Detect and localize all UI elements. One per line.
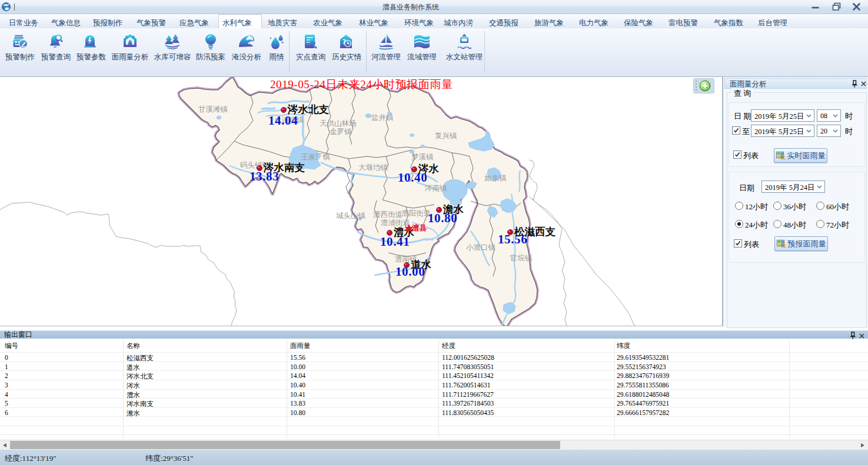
svg-text:小渡口镇: 小渡口镇 [466,243,496,252]
svg-text:梦溪镇: 梦溪镇 [411,153,434,161]
svg-text:天供山林场: 天供山林场 [320,119,357,128]
svg-text:盐井镇: 盐井镇 [371,113,394,122]
svg-text:城头山镇: 城头山镇 [336,212,366,220]
svg-text:澧阳街道: 澧阳街道 [401,209,431,218]
svg-text:澧县: 澧县 [411,224,427,232]
svg-text:官垸镇: 官垸镇 [510,254,533,262]
svg-text:14.04: 14.04 [268,113,298,128]
svg-text:15.56: 15.56 [498,232,527,246]
svg-text:金罗镇: 金罗镇 [330,128,352,136]
svg-text:13.83: 13.83 [250,169,279,183]
svg-text:澧西街道: 澧西街道 [373,210,403,219]
svg-text:10.80: 10.80 [428,211,457,225]
svg-text:复兴镇: 复兴镇 [435,132,457,140]
svg-text:10.41: 10.41 [380,235,410,249]
svg-text:涔南镇: 涔南镇 [424,184,447,192]
svg-text:10.00: 10.00 [395,265,425,279]
svg-text:王家厂镇: 王家厂镇 [301,153,331,161]
svg-text:10.40: 10.40 [398,170,427,185]
svg-text:2019-05-24日未来24小时预报面雨量: 2019-05-24日未来24小时预报面雨量 [270,78,453,91]
svg-text:如东镇: 如东镇 [484,174,507,182]
svg-text:澧浦街道: 澧浦街道 [381,219,410,227]
svg-text:大堰垱镇: 大堰垱镇 [358,163,388,172]
svg-text:甘溪滩镇: 甘溪滩镇 [198,105,228,113]
